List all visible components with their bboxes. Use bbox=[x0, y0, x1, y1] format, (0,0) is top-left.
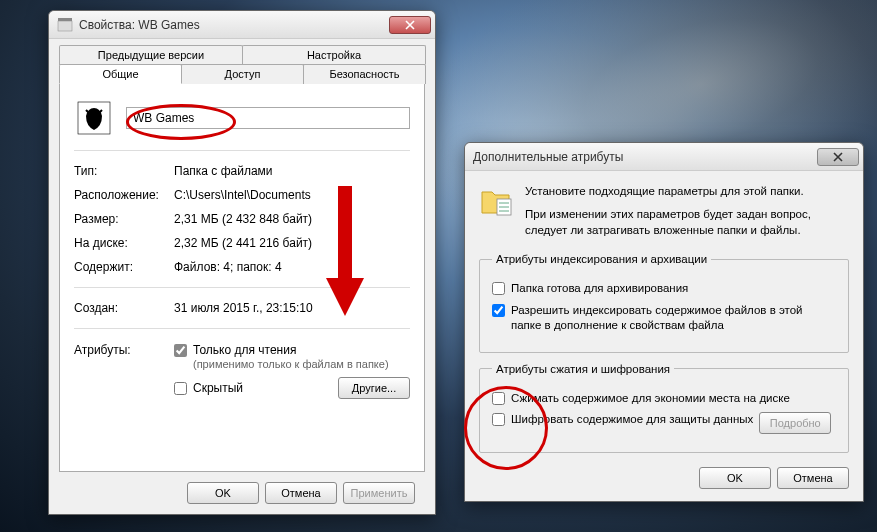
checkbox-archive-ready[interactable] bbox=[492, 282, 505, 295]
label-created: Создан: bbox=[74, 301, 174, 315]
value-created: 31 июля 2015 г., 23:15:10 bbox=[174, 301, 410, 315]
legend-indexing: Атрибуты индексирования и архивации bbox=[492, 253, 711, 265]
tab-previous-versions[interactable]: Предыдущие версии bbox=[59, 45, 243, 64]
legend-compression: Атрибуты сжатия и шифрования bbox=[492, 363, 674, 375]
tab-panel-general: Тип:Папка с файлами Расположение:C:\User… bbox=[59, 84, 425, 472]
cancel-button[interactable]: Отмена bbox=[265, 482, 337, 504]
checkbox-readonly[interactable] bbox=[174, 344, 187, 357]
value-type: Папка с файлами bbox=[174, 164, 410, 178]
ok-button[interactable]: OK bbox=[187, 482, 259, 504]
close-button[interactable] bbox=[389, 16, 431, 34]
properties-dialog: Свойства: WB Games Предыдущие версии Нас… bbox=[48, 10, 436, 515]
info-line2: При изменении этих параметров будет зада… bbox=[525, 206, 849, 239]
tab-customize[interactable]: Настройка bbox=[242, 45, 426, 64]
cancel-button[interactable]: Отмена bbox=[777, 467, 849, 489]
dialog-title: Свойства: WB Games bbox=[79, 18, 389, 32]
label-compress: Сжимать содержимое для экономии места на… bbox=[511, 391, 790, 407]
checkbox-hidden[interactable] bbox=[174, 382, 187, 395]
label-encrypt: Шифровать содержимое для защиты данных bbox=[511, 412, 753, 428]
dialog-button-row: OK Отмена bbox=[479, 463, 849, 489]
folder-icon bbox=[74, 98, 114, 138]
value-contains: Файлов: 4; папок: 4 bbox=[174, 260, 410, 274]
label-allow-indexing: Разрешить индексировать содержимое файло… bbox=[511, 303, 836, 334]
label-archive-ready: Папка готова для архивирования bbox=[511, 281, 688, 297]
apply-button[interactable]: Применить bbox=[343, 482, 415, 504]
tab-general[interactable]: Общие bbox=[59, 64, 182, 84]
checkbox-compress[interactable] bbox=[492, 392, 505, 405]
other-attributes-button[interactable]: Другие... bbox=[338, 377, 410, 399]
tab-sharing[interactable]: Доступ bbox=[181, 64, 304, 84]
tab-row-lower: Общие Доступ Безопасность bbox=[59, 64, 425, 85]
label-readonly: Только для чтения bbox=[193, 343, 296, 357]
app-icon bbox=[57, 17, 73, 33]
dialog-button-row: OK Отмена Применить bbox=[59, 472, 425, 504]
svg-rect-0 bbox=[58, 21, 72, 31]
titlebar[interactable]: Дополнительные атрибуты bbox=[465, 143, 863, 171]
group-indexing-archiving: Атрибуты индексирования и архивации Папк… bbox=[479, 253, 849, 353]
value-ondisk: 2,32 МБ (2 441 216 байт) bbox=[174, 236, 410, 250]
value-location: C:\Users\Intel\Documents bbox=[174, 188, 410, 202]
info-line1: Установите подходящие параметры для этой… bbox=[525, 183, 849, 200]
tab-security[interactable]: Безопасность bbox=[303, 64, 426, 84]
label-contains: Содержит: bbox=[74, 260, 174, 274]
group-compression-encryption: Атрибуты сжатия и шифрования Сжимать сод… bbox=[479, 363, 849, 454]
additional-attributes-dialog: Дополнительные атрибуты Установите подхо… bbox=[464, 142, 864, 502]
label-readonly-sub: (применимо только к файлам в папке) bbox=[193, 358, 389, 370]
label-attributes: Атрибуты: bbox=[74, 343, 174, 399]
folder-name-input[interactable] bbox=[126, 107, 410, 129]
details-button[interactable]: Подробно bbox=[759, 412, 831, 434]
close-button[interactable] bbox=[817, 148, 859, 166]
label-hidden: Скрытый bbox=[193, 381, 243, 395]
label-type: Тип: bbox=[74, 164, 174, 178]
folder-settings-icon bbox=[479, 183, 515, 219]
ok-button[interactable]: OK bbox=[699, 467, 771, 489]
label-ondisk: На диске: bbox=[74, 236, 174, 250]
svg-rect-1 bbox=[58, 18, 72, 21]
info-text: Установите подходящие параметры для этой… bbox=[525, 183, 849, 239]
value-size: 2,31 МБ (2 432 848 байт) bbox=[174, 212, 410, 226]
tab-row-upper: Предыдущие версии Настройка bbox=[59, 45, 425, 65]
checkbox-encrypt[interactable] bbox=[492, 413, 505, 426]
label-size: Размер: bbox=[74, 212, 174, 226]
svg-point-3 bbox=[91, 110, 97, 118]
checkbox-allow-indexing[interactable] bbox=[492, 304, 505, 317]
label-location: Расположение: bbox=[74, 188, 174, 202]
dialog-title: Дополнительные атрибуты bbox=[473, 150, 817, 164]
titlebar[interactable]: Свойства: WB Games bbox=[49, 11, 435, 39]
